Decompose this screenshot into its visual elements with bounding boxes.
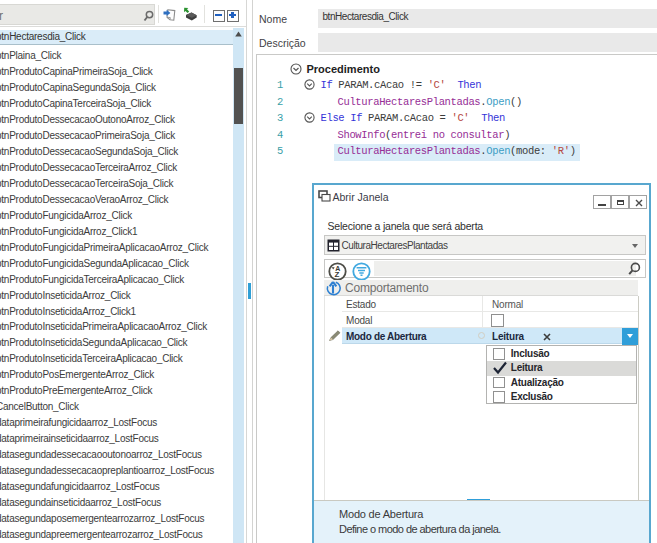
svg-text:Z: Z	[334, 270, 339, 279]
